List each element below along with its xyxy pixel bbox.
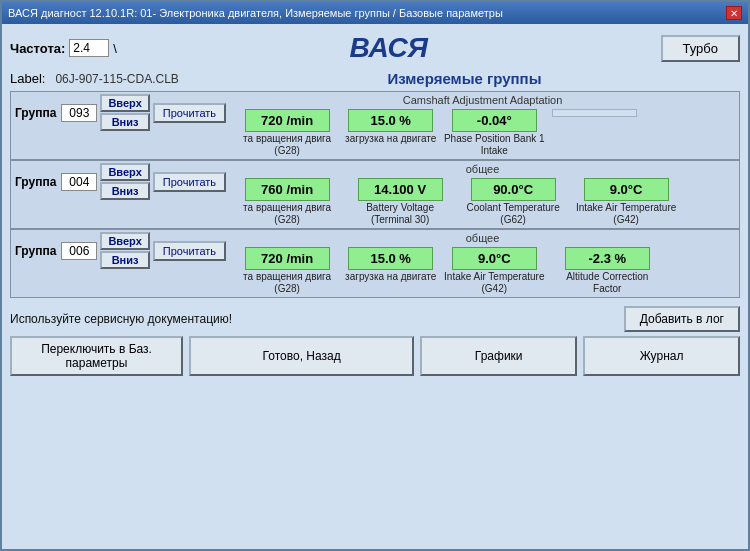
down-button-2[interactable]: Вниз — [100, 251, 149, 269]
group-left-1: ГруппаВверхВнизПрочитать — [15, 163, 226, 200]
data-value-0-0: 720 /min — [245, 109, 330, 132]
freq-section: Частота: \ — [10, 39, 117, 57]
data-cell-1-0: 760 /minта вращения двига (G28) — [232, 178, 342, 226]
data-desc-2-1: загрузка на двигате — [345, 271, 436, 283]
bottom-row1: Используйте сервисную документацию! Доба… — [10, 306, 740, 332]
group-buttons-2: ВверхВниз — [100, 232, 149, 269]
data-value-0-1: 15.0 % — [348, 109, 433, 132]
data-value-2-1: 15.0 % — [348, 247, 433, 270]
label-key: Label: — [10, 71, 45, 86]
bottom-row2: Переключить в Баз. параметры Готово, Наз… — [10, 336, 740, 376]
content-area: Частота: \ ВАСЯ Турбо Label: 06J-907-115… — [2, 24, 748, 549]
group-buttons-0: ВверхВниз — [100, 94, 149, 131]
groups-container: ГруппаВверхВнизПрочитатьCamshaft Adjustm… — [10, 91, 740, 298]
label-row: Label: 06J-907-115-CDA.CLB Измеряемые гр… — [10, 70, 740, 87]
turbo-button[interactable]: Турбо — [661, 35, 740, 62]
up-button-1[interactable]: Вверх — [100, 163, 149, 181]
down-button-1[interactable]: Вниз — [100, 182, 149, 200]
group-004: ГруппаВверхВнизПрочитатьобщее760 /minта … — [10, 160, 740, 229]
title-bar: ВАСЯ диагност 12.10.1R: 01- Электроника … — [2, 2, 748, 24]
data-desc-1-1: Battery Voltage (Terminal 30) — [345, 202, 455, 226]
section-title: Измеряемые группы — [189, 70, 740, 87]
group-main-0: Camshaft Adjustment Adaptation720 /minта… — [230, 94, 735, 157]
data-desc-0-1: загрузка на двигате — [345, 133, 436, 145]
data-value-2-2: 9.0°C — [452, 247, 537, 270]
data-cell-2-1: 15.0 %загрузка на двигате — [345, 247, 436, 295]
group-label-0: Группа — [15, 106, 56, 120]
app-title: ВАСЯ — [123, 32, 655, 64]
data-desc-2-0: та вращения двига (G28) — [232, 271, 342, 295]
group-label-2: Группа — [15, 244, 56, 258]
use-docs-text: Используйте сервисную документацию! — [10, 312, 616, 326]
group-type-1: общее — [230, 163, 735, 175]
down-button-0[interactable]: Вниз — [100, 113, 149, 131]
data-cell-2-2: 9.0°CIntake Air Temperature (G42) — [439, 247, 549, 295]
main-window: ВАСЯ диагност 12.10.1R: 01- Электроника … — [0, 0, 750, 551]
data-desc-0-2: Phase Position Bank 1 Intake — [439, 133, 549, 157]
data-desc-2-3: Altitude Correction Factor — [552, 271, 662, 295]
group-type-0: Camshaft Adjustment Adaptation — [230, 94, 735, 106]
group-title-row-2: общее — [230, 232, 735, 244]
data-desc-1-0: та вращения двига (G28) — [232, 202, 342, 226]
data-cell-1-1: 14.100 VBattery Voltage (Terminal 30) — [345, 178, 455, 226]
group-buttons-1: ВверхВниз — [100, 163, 149, 200]
data-cell-2-0: 720 /minта вращения двига (G28) — [232, 247, 342, 295]
up-button-0[interactable]: Вверх — [100, 94, 149, 112]
group-left-2: ГруппаВверхВнизПрочитать — [15, 232, 226, 269]
data-value-2-3: -2.3 % — [565, 247, 650, 270]
data-cell-1-2: 90.0°CCoolant Temperature (G62) — [458, 178, 568, 226]
data-cell-0-0: 720 /minта вращения двига (G28) — [232, 109, 342, 157]
data-value-2-0: 720 /min — [245, 247, 330, 270]
up-button-2[interactable]: Вверх — [100, 232, 149, 250]
group-main-1: общее760 /minта вращения двига (G28)14.1… — [230, 163, 735, 226]
add-log-button[interactable]: Добавить в лог — [624, 306, 740, 332]
data-cell-0-1: 15.0 %загрузка на двигате — [345, 109, 436, 157]
group-label-1: Группа — [15, 175, 56, 189]
data-desc-0-0: та вращения двига (G28) — [232, 133, 342, 157]
group-number-input-2[interactable] — [61, 242, 97, 260]
data-value-1-1: 14.100 V — [358, 178, 443, 201]
read-button-0[interactable]: Прочитать — [153, 103, 226, 123]
data-cell-0-2: -0.04°Phase Position Bank 1 Intake — [439, 109, 549, 157]
group-type-2: общее — [230, 232, 735, 244]
close-button[interactable]: ✕ — [726, 6, 742, 20]
slash: \ — [113, 41, 117, 56]
header-area: Частота: \ ВАСЯ Турбо — [10, 30, 740, 66]
group-content-2: ГруппаВверхВнизПрочитатьобщее720 /minта … — [15, 232, 735, 295]
data-cell-1-3: 9.0°CIntake Air Temperature (G42) — [571, 178, 681, 226]
group-content-0: ГруппаВверхВнизПрочитатьCamshaft Adjustm… — [15, 94, 735, 157]
bottom-actions: Используйте сервисную документацию! Доба… — [10, 306, 740, 376]
group-content-1: ГруппаВверхВнизПрочитатьобщее760 /minта … — [15, 163, 735, 226]
data-value-1-3: 9.0°C — [584, 178, 669, 201]
data-value-1-0: 760 /min — [245, 178, 330, 201]
data-value-0-2: -0.04° — [452, 109, 537, 132]
read-button-2[interactable]: Прочитать — [153, 241, 226, 261]
data-cell-0-3 — [552, 109, 637, 157]
data-desc-1-2: Coolant Temperature (G62) — [458, 202, 568, 226]
read-button-1[interactable]: Прочитать — [153, 172, 226, 192]
data-cells-1: 760 /minта вращения двига (G28)14.100 VB… — [232, 178, 735, 226]
data-cells-0: 720 /minта вращения двига (G28)15.0 %заг… — [232, 109, 735, 157]
group-left-0: ГруппаВверхВнизПрочитать — [15, 94, 226, 131]
group-main-2: общее720 /minта вращения двига (G28)15.0… — [230, 232, 735, 295]
data-value-1-2: 90.0°C — [471, 178, 556, 201]
freq-input[interactable] — [69, 39, 109, 57]
data-desc-2-2: Intake Air Temperature (G42) — [439, 271, 549, 295]
data-value-0-3 — [552, 109, 637, 117]
label-value: 06J-907-115-CDA.CLB — [55, 72, 178, 86]
journal-button[interactable]: Журнал — [583, 336, 740, 376]
group-number-input-0[interactable] — [61, 104, 97, 122]
switch-button[interactable]: Переключить в Баз. параметры — [10, 336, 183, 376]
data-cells-2: 720 /minта вращения двига (G28)15.0 %заг… — [232, 247, 735, 295]
group-006: ГруппаВверхВнизПрочитатьобщее720 /minта … — [10, 229, 740, 298]
group-093: ГруппаВверхВнизПрочитатьCamshaft Adjustm… — [10, 91, 740, 160]
data-desc-1-3: Intake Air Temperature (G42) — [571, 202, 681, 226]
title-bar-text: ВАСЯ диагност 12.10.1R: 01- Электроника … — [8, 7, 726, 19]
group-number-input-1[interactable] — [61, 173, 97, 191]
data-cell-2-3: -2.3 %Altitude Correction Factor — [552, 247, 662, 295]
group-title-row-0: Camshaft Adjustment Adaptation — [230, 94, 735, 106]
graphs-button[interactable]: Графики — [420, 336, 577, 376]
freq-label: Частота: — [10, 41, 65, 56]
group-title-row-1: общее — [230, 163, 735, 175]
ready-button[interactable]: Готово, Назад — [189, 336, 414, 376]
